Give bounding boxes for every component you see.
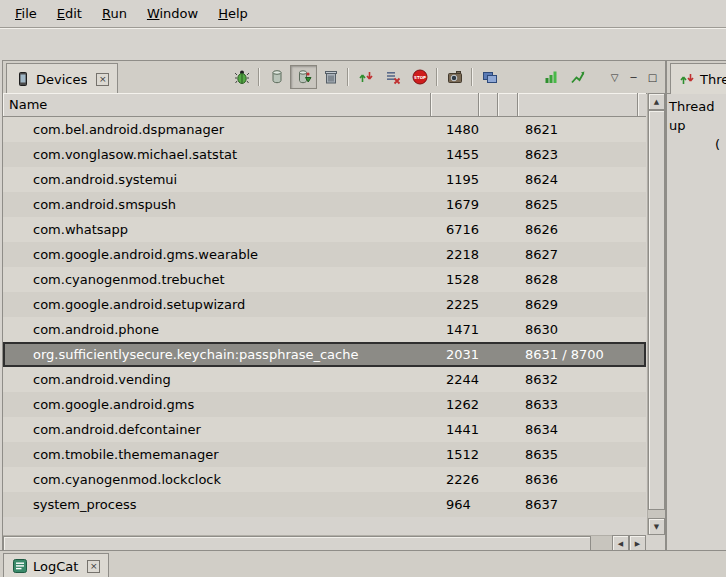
table-row[interactable]: com.android.defcontainer 14411 8634	[3, 417, 646, 442]
table-row[interactable]: com.google.android.gms 12623 8633	[3, 392, 646, 417]
column-header-pid[interactable]	[431, 93, 479, 117]
close-icon[interactable]: ×	[96, 73, 109, 86]
dump-hprof-button[interactable]	[290, 65, 317, 89]
logcat-bar: LogCat ×	[0, 550, 726, 577]
heap-bars-button[interactable]	[537, 65, 564, 89]
allocation-graph-button[interactable]	[564, 65, 591, 89]
capture-video-button[interactable]	[476, 65, 503, 89]
threads-message-line1: Thread up	[669, 97, 726, 135]
method-profiling-icon	[385, 69, 401, 85]
method-profiling-button[interactable]	[379, 65, 406, 89]
pid-cell: 14411	[431, 422, 479, 437]
screen-capture-button[interactable]	[441, 65, 468, 89]
port-cell: 8623	[518, 147, 638, 162]
stop-process-button[interactable]: STOP	[406, 65, 433, 89]
process-name-cell: com.android.defcontainer	[3, 422, 431, 437]
pid-cell: 6716	[431, 222, 479, 237]
table-row[interactable]: com.android.systemui 1195 8624	[3, 167, 646, 192]
tab-logcat[interactable]: LogCat ×	[3, 553, 109, 577]
menu-window[interactable]: Window	[138, 3, 207, 24]
port-cell: 8626	[518, 222, 638, 237]
port-cell: 8629	[518, 297, 638, 312]
maximize-button[interactable]: □	[643, 67, 662, 87]
pid-cell: 22265	[431, 472, 479, 487]
menu-edit[interactable]: Edit	[48, 3, 91, 24]
port-cell: 8633	[518, 397, 638, 412]
toolbar-separator	[347, 68, 349, 86]
pid-cell: 1528	[431, 272, 479, 287]
table-row[interactable]: com.tmobile.thememanager 1512 8635	[3, 442, 646, 467]
process-name-cell: org.sufficientlysecure.keychain:passphra…	[3, 347, 431, 362]
table-row[interactable]: com.android.vending 22440 8632	[3, 367, 646, 392]
table-row[interactable]: com.bel.android.dspmanager 1480 8621	[3, 117, 646, 142]
tab-devices-label: Devices	[36, 72, 87, 87]
process-name-cell: com.android.phone	[3, 322, 431, 337]
minimize-button[interactable]: ─	[624, 67, 643, 87]
table-row[interactable]: com.android.smspush 1679 8625	[3, 192, 646, 217]
column-header-port[interactable]	[518, 93, 638, 117]
table-row[interactable]: com.whatsapp 6716 8626	[3, 217, 646, 242]
dump-hprof-icon	[296, 69, 312, 85]
table-row[interactable]: com.google.android.gms.wearable 22185 86…	[3, 242, 646, 267]
threads-icon	[679, 71, 695, 87]
process-name-cell: com.cyanogenmod.trebuchet	[3, 272, 431, 287]
pid-cell: 1679	[431, 197, 479, 212]
column-header-1[interactable]	[479, 93, 498, 117]
process-name-cell: com.google.android.gms	[3, 397, 431, 412]
table-row[interactable]: system_process 964 8637	[3, 492, 646, 517]
menu-help[interactable]: Help	[209, 3, 257, 24]
vertical-scrollbar-thumb[interactable]	[648, 110, 665, 510]
process-name-cell: com.tmobile.thememanager	[3, 447, 431, 462]
vertical-scrollbar[interactable]: ▲ ▼	[647, 93, 665, 535]
process-name-cell: com.cyanogenmod.lockclock	[3, 472, 431, 487]
menu-run[interactable]: Run	[93, 3, 136, 24]
close-icon[interactable]: ×	[87, 560, 100, 573]
table-row[interactable]: com.cyanogenmod.trebuchet 1528 8628	[3, 267, 646, 292]
update-heap-button[interactable]	[263, 65, 290, 89]
view-menu-button[interactable]: ▽	[605, 67, 624, 87]
update-threads-button[interactable]	[352, 65, 379, 89]
device-table-header: Name	[3, 93, 646, 117]
tab-logcat-label: LogCat	[33, 559, 78, 574]
column-header-name-label: Name	[9, 97, 47, 112]
menu-bar: File Edit Run Window Help	[0, 0, 726, 28]
maximize-icon: □	[648, 72, 657, 83]
process-name-cell: system_process	[3, 497, 431, 512]
toolbar-separator	[436, 68, 438, 86]
scroll-up-button[interactable]: ▲	[648, 93, 665, 110]
cause-gc-button[interactable]	[317, 65, 344, 89]
port-cell: 8624	[518, 172, 638, 187]
pid-cell: 1512	[431, 447, 479, 462]
chevron-down-icon: ▽	[611, 72, 619, 83]
toolbar-separator	[471, 68, 473, 86]
scroll-down-button[interactable]: ▼	[648, 518, 665, 535]
table-row[interactable]: org.sufficientlysecure.keychain:passphra…	[3, 342, 646, 367]
process-name-cell: com.vonglasow.michael.satstat	[3, 147, 431, 162]
toolbar-separator	[258, 68, 260, 86]
port-cell: 8637	[518, 497, 638, 512]
minimize-icon: ─	[630, 72, 636, 83]
port-cell: 8634	[518, 422, 638, 437]
menu-file[interactable]: File	[6, 3, 46, 24]
debug-process-button[interactable]	[228, 65, 255, 89]
table-row[interactable]: com.cyanogenmod.lockclock 22265 8636	[3, 467, 646, 492]
port-cell: 8621	[518, 122, 638, 137]
port-cell: 8630	[518, 322, 638, 337]
table-row[interactable]: com.android.phone 1471 8630	[3, 317, 646, 342]
heap-bars-icon	[543, 69, 559, 85]
devices-view: Devices ×	[2, 60, 666, 553]
threads-tabbar: Threa	[667, 61, 726, 94]
port-cell: 8631 / 8700	[518, 347, 638, 362]
table-row[interactable]: com.vonglasow.michael.satstat 14553 8623	[3, 142, 646, 167]
pid-cell: 14553	[431, 147, 479, 162]
process-name-cell: com.android.smspush	[3, 197, 431, 212]
table-row[interactable]: com.google.android.setupwizard 22250 862…	[3, 292, 646, 317]
tab-devices[interactable]: Devices ×	[6, 63, 118, 94]
column-header-name[interactable]: Name	[3, 93, 431, 117]
cause-gc-icon	[323, 69, 339, 85]
process-name-cell: com.google.android.gms.wearable	[3, 247, 431, 262]
stop-process-icon: STOP	[412, 69, 428, 85]
column-header-2[interactable]	[498, 93, 518, 117]
tab-threads[interactable]: Threa	[670, 63, 726, 94]
pid-cell: 22250	[431, 297, 479, 312]
